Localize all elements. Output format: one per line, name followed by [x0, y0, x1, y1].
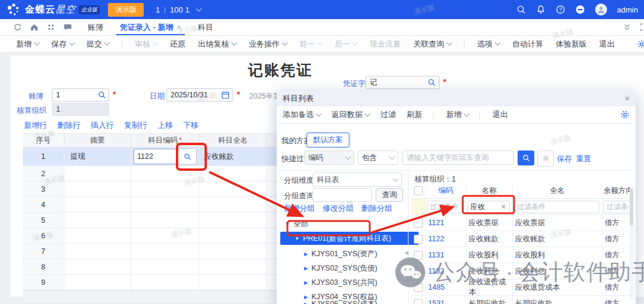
exit-button[interactable]: 退出	[599, 39, 615, 50]
tree-item-kjys05[interactable]: ▶KJYS05_SYS(成本)	[304, 297, 377, 304]
home-icon[interactable]	[30, 23, 39, 32]
group-query-input[interactable]	[312, 188, 372, 202]
account-code-link[interactable]: 1531	[426, 296, 466, 304]
account-row-1122[interactable]: 1122 应收账款 应收账款 借方	[411, 231, 634, 247]
copy-row-button[interactable]: 复制行	[124, 120, 147, 131]
keyword-input[interactable]	[402, 151, 514, 165]
row-checkbox[interactable]	[414, 251, 423, 260]
group-query-button[interactable]: 查询	[376, 188, 403, 202]
search-button[interactable]	[518, 151, 534, 165]
row-checkbox[interactable]	[414, 235, 423, 244]
account-code-link[interactable]: 1122	[426, 231, 466, 247]
filter-settings-gear-icon[interactable]	[537, 151, 554, 167]
related-query-button[interactable]: 关联查询	[413, 39, 451, 50]
tab-voucher-entry-new[interactable]: 凭证录入 - 新增 ×	[120, 19, 181, 35]
apps-grid-icon[interactable]	[47, 23, 55, 32]
clear-filter-icon[interactable]: ✕	[501, 203, 506, 211]
delete-group-link[interactable]: 删除分组	[361, 203, 392, 214]
submit-button[interactable]: 提交	[86, 39, 109, 50]
filter-button[interactable]: 过滤	[380, 109, 396, 120]
edit-group-link[interactable]: 修改分组	[323, 203, 354, 214]
user-avatar[interactable]	[595, 4, 607, 16]
account-code-link[interactable]: 1131	[426, 247, 466, 263]
row-checkbox[interactable]	[414, 267, 423, 276]
select-all-checkbox[interactable]	[411, 183, 426, 198]
fullname-filter-input[interactable]	[514, 201, 599, 213]
account-code-link[interactable]: 1485	[426, 280, 466, 295]
account-row-1131[interactable]: 1131 应收股利 应收股利 借方	[411, 247, 634, 263]
row-checkbox[interactable]	[414, 219, 423, 228]
try-new-version-button[interactable]: 体验新版	[556, 39, 587, 50]
collapse-left-icon[interactable]: ◀	[404, 250, 408, 256]
name-filter-input[interactable]	[468, 202, 500, 211]
return-data-button[interactable]: 返回数据	[332, 109, 370, 120]
business-ops-button[interactable]: 业务操作	[249, 39, 287, 50]
new-account-button[interactable]: 新增	[446, 109, 469, 120]
org-switcher[interactable]: 1 | 100 1	[156, 5, 201, 14]
account-row-1132[interactable]: 1132 应收利息 应收利息 借方	[411, 263, 634, 280]
account-code-link[interactable]: 1121	[426, 215, 466, 231]
tab-account-books[interactable]: 账簿	[88, 19, 103, 35]
refresh-button[interactable]: 刷新	[407, 109, 422, 120]
move-up-button[interactable]: 上移	[157, 120, 173, 131]
options-button[interactable]: 选项	[477, 39, 500, 50]
sync-icon[interactable]	[13, 23, 22, 32]
magnifier-icon[interactable]	[428, 78, 436, 87]
col-header-name[interactable]: 名称	[466, 183, 513, 198]
row-checkbox[interactable]	[414, 299, 423, 304]
magnifier-icon[interactable]	[98, 91, 106, 99]
col-header-fullname[interactable]: 全名	[513, 183, 602, 198]
gear-icon[interactable]	[637, 39, 644, 49]
exit-dialog-button[interactable]: 退出	[493, 109, 508, 120]
search-icon[interactable]	[516, 5, 526, 14]
add-group-link[interactable]: 新增分组	[284, 203, 315, 214]
row-account-code-cell[interactable]	[131, 148, 199, 165]
save-scheme-link[interactable]: 保存	[557, 154, 572, 164]
delete-row-button[interactable]: 删除行	[57, 120, 80, 131]
notification-bell-icon[interactable]	[536, 5, 546, 14]
col-header-code[interactable]: 编码	[426, 183, 466, 198]
account-code-link[interactable]: 1132	[426, 263, 466, 279]
panel-splitter[interactable]	[408, 170, 408, 304]
gear-icon[interactable]	[620, 110, 630, 119]
new-button[interactable]: 新增	[16, 39, 39, 50]
row-checkbox[interactable]	[414, 283, 423, 292]
tree-item-kjys01[interactable]: ▶KJYS01_SYS(资产)	[304, 247, 377, 260]
default-scheme-button[interactable]: 默认方案	[306, 133, 349, 148]
close-tab-icon[interactable]: ×	[177, 23, 181, 32]
account-row-1121[interactable]: 1121 应收票据 应收票据 借方	[411, 215, 634, 231]
save-button[interactable]: 保存	[51, 39, 74, 50]
account-row-1531[interactable]: 1531 长期应收款 长期应收款 借方	[411, 296, 634, 304]
fullscreen-icon[interactable]	[640, 23, 644, 32]
account-lookup-button[interactable]	[178, 148, 197, 165]
filter-operator-select[interactable]: 包含	[358, 151, 398, 165]
reset-link[interactable]: 重置	[576, 154, 591, 164]
filter-field-select[interactable]: 编码	[304, 151, 354, 165]
do-not-disturb-icon[interactable]	[575, 5, 585, 14]
table-scrollbar[interactable]	[630, 186, 633, 300]
tree-item-all[interactable]: ▼全部	[285, 217, 308, 231]
restore-button[interactable]: 还原	[170, 39, 185, 50]
code-filter-input[interactable]	[427, 201, 463, 213]
tree-item-kjys03[interactable]: ▶KJYS03_SYS(共同)	[304, 276, 377, 289]
account-row-1485[interactable]: 1485 应收退货成本 应收退货成本 借方	[411, 280, 634, 296]
close-icon[interactable]: ×	[625, 94, 630, 103]
chat-icon[interactable]	[63, 23, 72, 32]
add-row-button[interactable]: 新增行	[24, 120, 47, 131]
move-down-button[interactable]: 下移	[183, 120, 199, 131]
tab-accounts[interactable]: 科目	[198, 19, 213, 35]
add-candidate-button[interactable]: 添加备选	[283, 109, 321, 120]
direction-filter-input[interactable]	[603, 201, 632, 213]
scrollbar-thumb[interactable]	[630, 189, 633, 226]
tree-item-pre01-selected[interactable]: ▼PRE01(新会计准则科目表)	[280, 232, 419, 245]
tree-item-kjys02[interactable]: ▶KJYS02_SYS(负债)	[304, 262, 377, 275]
account-code-input[interactable]	[134, 149, 177, 164]
auto-calc-button[interactable]: 自动计算	[512, 39, 543, 50]
insert-row-button[interactable]: 插入行	[91, 120, 114, 131]
cashier-review-button[interactable]: 出纳复核	[198, 39, 236, 50]
group-dimension-select[interactable]: 科目表	[312, 173, 402, 187]
username-label[interactable]: admin	[617, 5, 638, 14]
row-summary[interactable]: 提现	[64, 148, 131, 165]
collapse-double-chevron-icon[interactable]	[623, 23, 631, 32]
help-icon[interactable]: ?	[556, 5, 565, 14]
